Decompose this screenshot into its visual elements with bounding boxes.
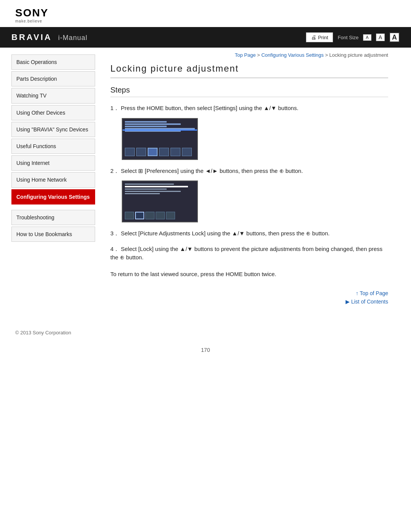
pref-line-5 — [125, 193, 160, 194]
sidebar-divider — [11, 206, 95, 210]
bottom-links: Top of Page List of Contents — [110, 290, 388, 305]
step-1: 1． Press the HOME button, then select [S… — [110, 104, 388, 160]
pref-icon-5 — [166, 212, 175, 219]
page-number: 170 — [0, 343, 411, 355]
sidebar-item-parts-description[interactable]: Parts Description — [11, 71, 95, 86]
step-2-pre: Select — [121, 168, 139, 174]
steps-list: 1． Press the HOME button, then select [S… — [110, 104, 388, 262]
copyright: © 2013 Sony Corporation — [15, 330, 71, 335]
footer: © 2013 Sony Corporation — [0, 322, 411, 343]
print-button[interactable]: 🖨 Print — [306, 32, 333, 42]
sidebar-item-using-internet[interactable]: Using Internet — [11, 155, 95, 171]
step-2-number: 2． — [110, 168, 119, 174]
step-3-number: 3． — [110, 230, 119, 236]
pref-lines — [125, 184, 195, 194]
step-3: 3． Select [Picture Adjustments Lock] usi… — [110, 229, 388, 238]
font-medium-button[interactable]: A — [376, 34, 385, 41]
step-2-image — [122, 181, 388, 222]
tv-icon-5 — [170, 148, 180, 156]
breadcrumb-current: Locking picture adjustment — [329, 52, 388, 58]
content-area: Top Page > Configuring Various Settings … — [95, 48, 400, 318]
bravia-logo-text: BRAVIA — [11, 32, 52, 42]
sidebar-item-troubleshooting[interactable]: Troubleshooting — [11, 210, 95, 225]
pref-icon-4 — [156, 212, 165, 219]
tv-icon-2 — [136, 148, 146, 156]
sidebar-item-watching-tv[interactable]: Watching TV — [11, 88, 95, 103]
sidebar-item-basic-operations[interactable]: Basic Operations — [11, 54, 95, 70]
sidebar-item-bravia-sync[interactable]: Using "BRAVIA" Sync Devices — [11, 122, 95, 137]
section-title: Steps — [110, 86, 388, 97]
tv-icon-6 — [182, 148, 192, 156]
sidebar-item-how-to-use-bookmarks[interactable]: How to Use Bookmarks — [11, 227, 95, 242]
breadcrumb-top-page[interactable]: Top Page — [235, 52, 256, 58]
pref-line-1 — [125, 184, 174, 185]
header-bar: BRAVIA i-Manual 🖨 Print Font Size A A A — [0, 27, 411, 48]
page-title: Locking picture adjustment — [110, 63, 388, 78]
sidebar-item-useful-functions[interactable]: Useful Functions — [11, 139, 95, 154]
step-4: 4． Select [Lock] using the ▲/▼ buttons t… — [110, 245, 388, 262]
breadcrumb-configuring[interactable]: Configuring Various Settings — [261, 52, 324, 58]
tv-icon-1 — [125, 148, 135, 156]
breadcrumb-sep2: > — [324, 52, 330, 58]
font-small-button[interactable]: A — [363, 34, 371, 41]
pref-line-selected — [125, 186, 188, 187]
sony-wordmark: SONY — [15, 7, 48, 19]
step-2-post: [Preferences] using the ◄/► buttons, the… — [143, 168, 303, 174]
step-3-text: Select [Picture Adjustments Lock] using … — [121, 230, 330, 236]
sony-logo: SONY make.believe — [15, 7, 48, 23]
list-of-contents-link[interactable]: List of Contents — [110, 299, 388, 305]
font-size-label: Font Size — [338, 35, 358, 40]
menu-line-2 — [125, 123, 181, 125]
sidebar-item-configuring-settings[interactable]: Configuring Various Settings — [11, 189, 95, 204]
menu-line-1 — [125, 121, 167, 123]
logo-area: SONY make.believe — [0, 0, 411, 27]
top-of-page-link[interactable]: Top of Page — [110, 290, 388, 296]
tv-icon-row — [125, 147, 195, 157]
header-controls: 🖨 Print Font Size A A A — [306, 32, 400, 42]
pref-icon-3 — [145, 212, 155, 219]
main-layout: Basic Operations Parts Description Watch… — [0, 48, 411, 318]
font-large-button[interactable]: A — [389, 32, 400, 42]
breadcrumb-sep1: > — [256, 52, 261, 58]
print-icon: 🖨 — [311, 34, 316, 40]
tv-screenshot-2 — [122, 181, 198, 222]
pref-icon-1 — [125, 212, 134, 219]
pref-icon-selected — [135, 212, 144, 219]
step-1-number: 1． — [110, 105, 119, 111]
breadcrumb: Top Page > Configuring Various Settings … — [110, 52, 388, 58]
tv-icon-4 — [159, 148, 169, 156]
step-2: 2． Select ⊞ [Preferences] using the ◄/► … — [110, 167, 388, 223]
pref-line-3 — [125, 189, 167, 190]
sidebar: Basic Operations Parts Description Watch… — [11, 48, 95, 318]
tv-icon-settings — [148, 148, 158, 156]
step-1-image — [122, 118, 388, 160]
step-4-text: Select [Lock] using the ▲/▼ buttons to p… — [110, 246, 382, 261]
menu-line-3 — [125, 126, 167, 127]
sony-tagline: make.believe — [15, 19, 42, 23]
sidebar-item-using-other-devices[interactable]: Using Other Devices — [11, 105, 95, 120]
tv-screenshot-1 — [122, 118, 198, 160]
imanual-text: i-Manual — [58, 34, 88, 42]
header-left: BRAVIA i-Manual — [11, 32, 88, 42]
note-text: To return to the last viewed source, pre… — [110, 270, 388, 279]
step-1-text: Press the HOME button, then select [Sett… — [121, 105, 299, 111]
pref-icon-row — [125, 212, 195, 219]
pref-line-4 — [125, 191, 181, 192]
step-4-number: 4． — [110, 246, 119, 252]
step-2-icon: ⊞ — [138, 168, 143, 174]
sidebar-item-home-network[interactable]: Using Home Network — [11, 172, 95, 187]
tv-highlight-bar — [123, 129, 197, 131]
